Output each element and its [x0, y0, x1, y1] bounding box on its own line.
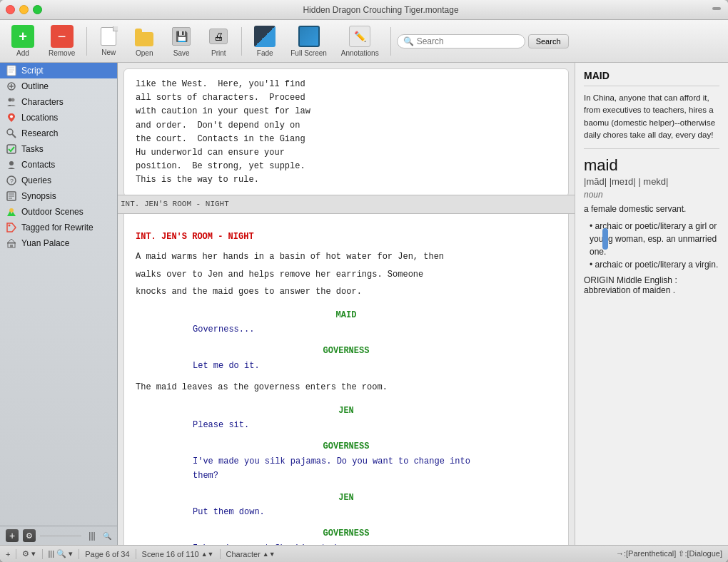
- open-button[interactable]: Open: [127, 22, 161, 60]
- contacts-icon: [6, 159, 17, 170]
- fade-label: Fade: [257, 49, 273, 57]
- action-3: knocks and the maid goes to answer the d…: [136, 285, 557, 299]
- toolbar-separator-2: [241, 27, 242, 56]
- svg-rect-13: [7, 145, 16, 153]
- mode-button[interactable]: Character ▲▼: [226, 550, 275, 558]
- script-icon: [6, 65, 17, 76]
- settings-button[interactable]: ⚙ ▾: [22, 549, 36, 558]
- sidebar-label-yuan-palace: Yuan Palace: [21, 238, 69, 248]
- dialogue-5: Put them down.: [193, 505, 500, 519]
- remove-icon: −: [51, 25, 74, 48]
- traffic-lights: [6, 5, 42, 14]
- dialogue-2: Let me do it.: [193, 359, 500, 373]
- sidebar-item-outdoor-scenes[interactable]: Outdoor Scenes: [0, 204, 117, 220]
- svg-line-12: [12, 134, 16, 138]
- remove-button[interactable]: − Remove: [43, 22, 81, 60]
- character-5: JEN: [136, 491, 557, 505]
- sidebar-item-tagged-rewrite[interactable]: Tagged for Rewrite: [0, 220, 117, 235]
- dict-word: maid: [584, 156, 719, 175]
- sidebar-item-synopsis[interactable]: Synopsis: [0, 188, 117, 204]
- dict-phonetic: |mād| |meɪd| | mekd|: [584, 176, 719, 187]
- svg-text:?: ?: [10, 178, 14, 185]
- synopsis-icon: [6, 190, 17, 202]
- search-box[interactable]: 🔍: [397, 34, 525, 48]
- print-icon: 🖨: [207, 25, 230, 48]
- script-content: like the West. Here, you'll find all sor…: [118, 63, 575, 545]
- sidebar-label-characters: Characters: [21, 97, 64, 107]
- save-icon: 💾: [170, 25, 193, 48]
- search-small-icon: 🔍: [103, 532, 111, 540]
- character-2: GOVERNESS: [136, 344, 557, 358]
- search-button[interactable]: Search: [528, 34, 569, 48]
- continuation-text: like the West. Here, you'll find all sor…: [136, 78, 557, 188]
- minimize-button[interactable]: [19, 5, 29, 14]
- add-icon: +: [11, 25, 34, 48]
- search-input[interactable]: [417, 36, 502, 46]
- page-info: Page 6 of 34: [85, 550, 129, 558]
- sidebar-item-research[interactable]: Research: [0, 126, 117, 141]
- sidebar-label-locations: Locations: [21, 113, 58, 123]
- annotations-button[interactable]: ✏️ Annotations: [335, 22, 385, 60]
- zoom-button[interactable]: [33, 5, 42, 14]
- scene-info-text: Scene 16 of 110: [142, 550, 199, 558]
- right-panel-header: MAID: [584, 70, 719, 86]
- mode-text: Character: [226, 550, 261, 558]
- sidebar-item-locations[interactable]: Locations: [0, 110, 117, 126]
- fade-button[interactable]: Fade: [248, 22, 282, 60]
- statusbar-divider-4: [136, 549, 136, 559]
- svg-rect-24: [10, 245, 13, 247]
- script-card-continuation: like the West. Here, you'll find all sor…: [123, 68, 569, 197]
- dialogue-4: I've made you silk pajamas. Do you want …: [193, 454, 500, 484]
- new-label: New: [101, 48, 116, 56]
- new-button[interactable]: New: [93, 23, 124, 59]
- sidebar-search-button[interactable]: |||: [86, 529, 98, 542]
- scene-card-header: INT. JEN'S ROOM - NIGHT: [118, 195, 575, 215]
- action-4: The maid leaves as the governess enters …: [136, 380, 557, 394]
- print-button[interactable]: 🖨 Print: [201, 22, 236, 60]
- fade-icon: [253, 25, 276, 48]
- toolbar-separator-3: [390, 27, 391, 56]
- sidebar-item-outline[interactable]: Outline: [0, 78, 117, 94]
- mode-arrow: ▲▼: [263, 551, 275, 558]
- statusbar-divider-3: [79, 549, 79, 559]
- search-status-button[interactable]: ||| 🔍 ▾: [49, 549, 74, 558]
- sidebar-item-characters[interactable]: Characters: [0, 94, 117, 110]
- statusbar-divider-5: [220, 549, 221, 559]
- save-label: Save: [173, 49, 190, 57]
- sidebar-label-tagged-rewrite: Tagged for Rewrite: [21, 223, 93, 233]
- fullscreen-button[interactable]: Full Screen: [285, 22, 333, 60]
- sidebar-item-contacts[interactable]: Contacts: [0, 157, 117, 173]
- dict-bullet-2: • archaic or poetic/literary a virgin.: [590, 258, 719, 271]
- action-2: walks over to Jen and helps remove her e…: [136, 267, 557, 282]
- add-sidebar-item-button[interactable]: +: [6, 529, 19, 542]
- sidebar-label-tasks: Tasks: [21, 144, 44, 154]
- close-button[interactable]: [6, 5, 15, 14]
- scene-info-button[interactable]: Scene 16 of 110 ▲▼: [142, 550, 214, 558]
- statusbar-divider-1: [16, 549, 16, 559]
- toolbar-separator-1: [86, 27, 87, 56]
- add-scene-button[interactable]: +: [6, 550, 10, 558]
- locations-icon: [6, 112, 17, 123]
- save-button[interactable]: 💾 Save: [164, 22, 198, 60]
- sidebar-item-script[interactable]: Script: [0, 63, 117, 78]
- character-1: MAID: [136, 308, 557, 322]
- annotations-icon: ✏️: [348, 25, 371, 48]
- sidebar-search-field[interactable]: 🔍: [103, 532, 111, 540]
- gear-button[interactable]: ⚙: [23, 529, 36, 542]
- window-resize-icon: [711, 3, 722, 16]
- dialogue-6: I heard you met Shu Lien today.: [193, 541, 500, 545]
- open-label: Open: [136, 49, 153, 57]
- annotations-label: Annotations: [341, 49, 379, 57]
- add-button[interactable]: + Add: [6, 22, 40, 60]
- dict-bullet-1: • archaic or poetic/literary a girl or y…: [590, 220, 719, 258]
- sidebar-label-outdoor-scenes: Outdoor Scenes: [21, 207, 84, 217]
- script-scroll-area[interactable]: like the West. Here, you'll find all sor…: [118, 63, 575, 545]
- sidebar-item-tasks[interactable]: Tasks: [0, 141, 117, 157]
- sidebar-label-research: Research: [21, 128, 58, 138]
- svg-point-11: [7, 129, 13, 135]
- dialogue-3: Please sit.: [193, 418, 500, 432]
- sidebar: Script Outline Characters Locations: [0, 63, 118, 545]
- sidebar-item-queries[interactable]: ? Queries: [0, 173, 117, 188]
- dict-pos: noun: [584, 190, 719, 200]
- sidebar-item-yuan-palace[interactable]: Yuan Palace: [0, 235, 117, 251]
